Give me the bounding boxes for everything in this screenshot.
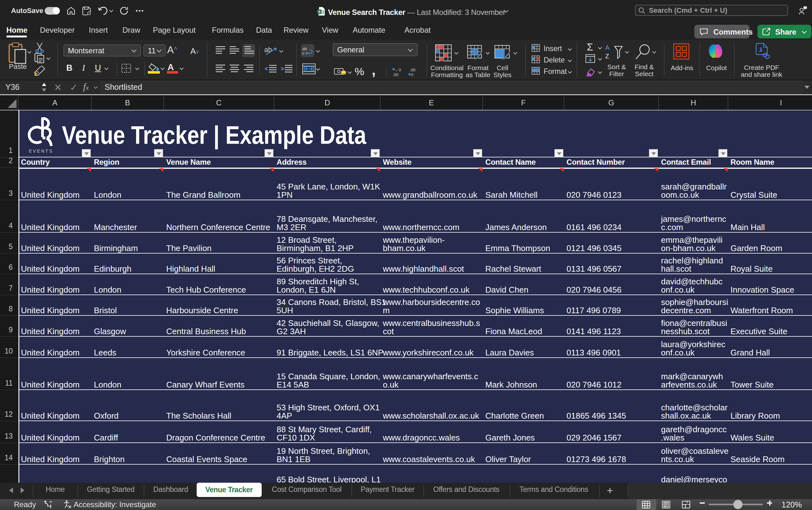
svg-text:ab: ab [302,46,307,51]
svg-text:A: A [605,45,610,51]
svg-text:Z: Z [605,53,609,60]
svg-text:.00: .00 [410,67,416,73]
svg-text:.00: .00 [393,73,398,77]
svg-text:←0: ←0 [395,67,401,73]
svg-text:ab: ab [264,46,272,54]
svg-text:c: c [302,51,304,56]
svg-text:0: 0 [411,73,413,77]
